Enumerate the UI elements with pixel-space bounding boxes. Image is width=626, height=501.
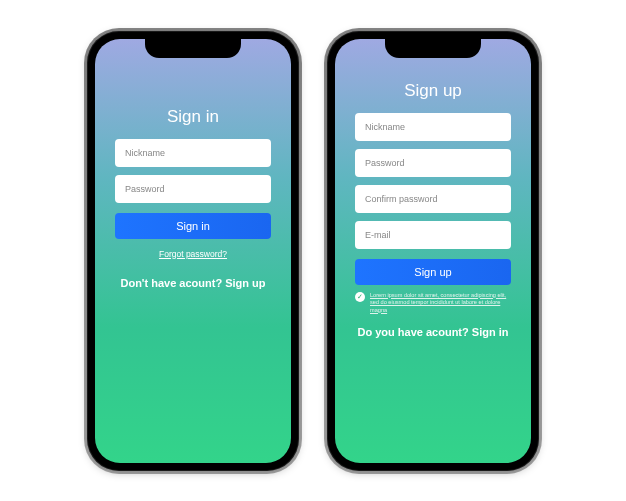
signin-switch-prompt: Don't have acount? xyxy=(120,277,225,289)
notch xyxy=(145,38,241,58)
email-input[interactable]: E-mail xyxy=(355,221,511,249)
nickname-placeholder: Nickname xyxy=(125,148,165,158)
phone-signin: Sign in Nickname Password Sign in Forgot… xyxy=(87,31,299,471)
signup-password-placeholder: Password xyxy=(365,158,405,168)
signup-nickname-placeholder: Nickname xyxy=(365,122,405,132)
forgot-password-link[interactable]: Forgot password? xyxy=(159,249,227,259)
password-placeholder: Password xyxy=(125,184,165,194)
terms-row: ✓ Lorem ipsum dolor sit amet, consectetu… xyxy=(355,292,511,315)
notch xyxy=(385,38,481,58)
signin-switch-action: Sign up xyxy=(225,277,265,289)
signin-button-label: Sign in xyxy=(176,220,210,232)
signup-switch-prompt: Do you have acount? xyxy=(358,326,472,338)
signup-title: Sign up xyxy=(404,81,462,101)
terms-text[interactable]: Lorem ipsum dolor sit amet, consectetur … xyxy=(370,292,511,315)
password-input[interactable]: Password xyxy=(115,175,271,203)
signin-screen: Sign in Nickname Password Sign in Forgot… xyxy=(95,39,291,463)
signin-button[interactable]: Sign in xyxy=(115,213,271,239)
signup-button-label: Sign up xyxy=(414,266,451,278)
signin-title: Sign in xyxy=(167,107,219,127)
terms-checkbox[interactable]: ✓ xyxy=(355,292,365,302)
nickname-input[interactable]: Nickname xyxy=(115,139,271,167)
signup-button[interactable]: Sign up xyxy=(355,259,511,285)
signup-password-input[interactable]: Password xyxy=(355,149,511,177)
signup-screen: Sign up Nickname Password Confirm passwo… xyxy=(335,39,531,463)
signup-switch-action: Sign in xyxy=(472,326,509,338)
signup-nickname-input[interactable]: Nickname xyxy=(355,113,511,141)
confirm-password-placeholder: Confirm password xyxy=(365,194,438,204)
signup-switch-row[interactable]: Do you have acount? Sign in xyxy=(358,326,509,338)
check-icon: ✓ xyxy=(357,293,363,300)
confirm-password-input[interactable]: Confirm password xyxy=(355,185,511,213)
email-placeholder: E-mail xyxy=(365,230,391,240)
signin-switch-row[interactable]: Don't have acount? Sign up xyxy=(120,277,265,289)
phone-signup: Sign up Nickname Password Confirm passwo… xyxy=(327,31,539,471)
